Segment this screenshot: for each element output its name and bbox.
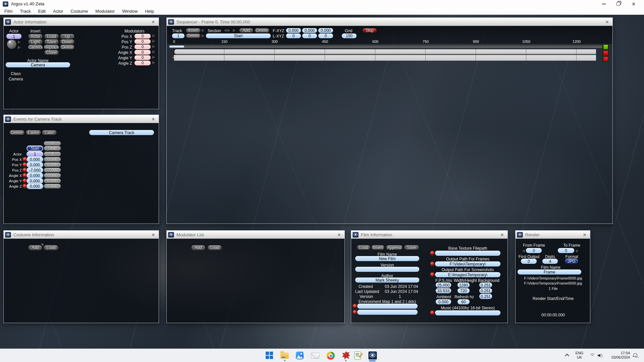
menu-help[interactable]: Help [141,8,158,15]
event-cell[interactable]: 0.000 [27,157,43,162]
lxyz-z-field[interactable]: 0 [318,34,333,38]
event-record-dot[interactable] [23,179,27,183]
author-field[interactable]: Mark Sheeky [355,278,419,283]
clone-button[interactable]: Clone [44,50,59,55]
timeline-track-row[interactable] [174,49,596,54]
event-record-dot[interactable] [23,157,27,161]
modulator-posy-field[interactable]: 0 [135,39,151,44]
close-icon[interactable] [582,232,587,237]
modulator-arrow-icon[interactable] [152,50,157,54]
film-information-titlebar[interactable]: Film Information [351,231,507,239]
render-film-name-field[interactable]: Frame [518,269,581,275]
film-name-field[interactable]: New Film [355,256,419,261]
modulator-anglex-field[interactable]: 0 [135,50,151,55]
sequencer-titlebar[interactable]: Sequencer - Frame 0, Time 00:00.000 [167,18,612,26]
close-icon[interactable] [629,0,639,8]
event-cell[interactable]: 0.000 [44,157,61,162]
path-record-dot[interactable] [430,262,434,266]
event-column-header[interactable]: 0 [44,141,61,145]
fxyz-y-field[interactable]: 0.000 [302,28,317,33]
music-field[interactable] [435,310,500,315]
scrollbar-thumb[interactable] [169,46,184,48]
path-record-dot[interactable] [430,251,434,255]
screens-path-field[interactable]: E:\Images\Temporary\ [435,272,500,277]
insert-arrow-icon[interactable] [202,29,206,32]
event-record-dot[interactable] [23,163,27,167]
modulator-arrow-icon[interactable] [152,61,157,64]
section-prev-arrow-icon[interactable] [222,29,227,32]
event-cell[interactable]: 0.000 [27,173,43,178]
chrome-icon[interactable] [327,352,335,360]
menu-edit[interactable]: Edit [35,8,49,15]
modulator-posz-field[interactable]: 0 [135,45,151,49]
menu-window[interactable]: Window [118,8,141,15]
replace-button[interactable]: Replace [44,45,59,50]
refresh-field[interactable]: 60 [458,299,470,304]
film-insert-button[interactable]: Insert [371,245,384,250]
close-icon[interactable] [336,232,342,237]
down-button[interactable]: Down [60,39,74,44]
track-name-field[interactable]: Camera Track [89,130,154,135]
section-add-button[interactable]: Add [239,28,253,33]
background-field[interactable]: 0.251 [479,288,492,293]
menu-costume[interactable]: Costume [67,8,92,15]
event-cell[interactable]: 0.000 [27,163,43,167]
up-button[interactable]: Up [60,34,74,39]
menu-film[interactable]: Film [1,8,16,15]
close-icon[interactable] [151,116,156,122]
event-cell[interactable]: -7.000 [44,168,61,172]
ambient-field[interactable]: 0.000 [436,299,451,304]
close-icon[interactable] [499,232,505,237]
event-start-cell[interactable]: Start [44,146,61,150]
modulator-load-button[interactable]: Load [208,245,222,250]
format-field[interactable]: JPG [565,259,578,264]
path-record-dot[interactable] [430,273,434,277]
section-name-field[interactable]: Start [206,34,271,38]
track-red-toggle[interactable] [602,50,609,56]
modulator-add-button[interactable]: Add [191,245,205,250]
render-start-label[interactable]: Render Start/End/Time [516,296,591,301]
track-arrow-icon[interactable] [202,34,206,38]
close-icon[interactable] [151,19,156,24]
frames-path-field[interactable]: F:\Video\Temporary\ [435,261,500,266]
event-cell[interactable]: 1 [27,152,43,156]
modulator-arrow-icon[interactable] [152,40,157,43]
fxyz-x-field[interactable]: 0.000 [286,28,301,33]
event-cell[interactable]: 0.000 [27,179,43,183]
actor-number-field[interactable]: 1 [6,34,21,39]
height-field[interactable]: 720 [458,288,470,293]
digits-field[interactable]: 4 [542,259,558,264]
render-titlebar[interactable]: Render [516,231,590,239]
background-field[interactable]: 0.251 [479,283,492,288]
version-field[interactable] [355,267,419,272]
actor-information-titlebar[interactable]: Actor Information [4,18,159,26]
insert-light-button[interactable]: Light [28,39,43,44]
insert-actor-button[interactable]: Actor [28,34,43,39]
track-insert-button[interactable]: Insert [186,28,201,33]
close-icon[interactable] [151,232,156,237]
save-button[interactable]: Save [44,39,59,44]
events-titlebar[interactable]: Events for Camera Track [4,115,159,123]
close-icon[interactable] [604,19,610,24]
actor-next-arrow-icon[interactable] [18,46,22,49]
event-record-dot[interactable] [23,168,27,172]
event-record-dot[interactable] [23,173,27,177]
modulator-arrow-icon[interactable] [152,56,157,59]
envmap-record-dot[interactable] [353,304,357,308]
grid-field[interactable]: 150 [342,34,357,38]
minimize-icon[interactable] [599,0,609,8]
to-frame-arrow-icon[interactable] [576,249,581,253]
event-earlier-button[interactable]: Earlier [26,130,41,135]
film-load-button[interactable]: Load [357,245,370,250]
wifi-icon[interactable] [589,354,595,358]
language-indicator[interactable]: ENG UK [572,351,587,360]
envmap-record-dot[interactable] [353,310,357,314]
file-explorer-icon[interactable] [280,353,289,359]
section-arrow-icon[interactable] [227,29,232,32]
envmap1-field[interactable] [357,304,418,309]
photos-icon[interactable] [296,352,304,359]
costume-titlebar[interactable]: Costume Information [4,231,159,239]
event-record-dot[interactable] [23,184,27,188]
envmap2-field[interactable] [357,310,418,315]
width-field[interactable]: 1280 [458,283,470,288]
